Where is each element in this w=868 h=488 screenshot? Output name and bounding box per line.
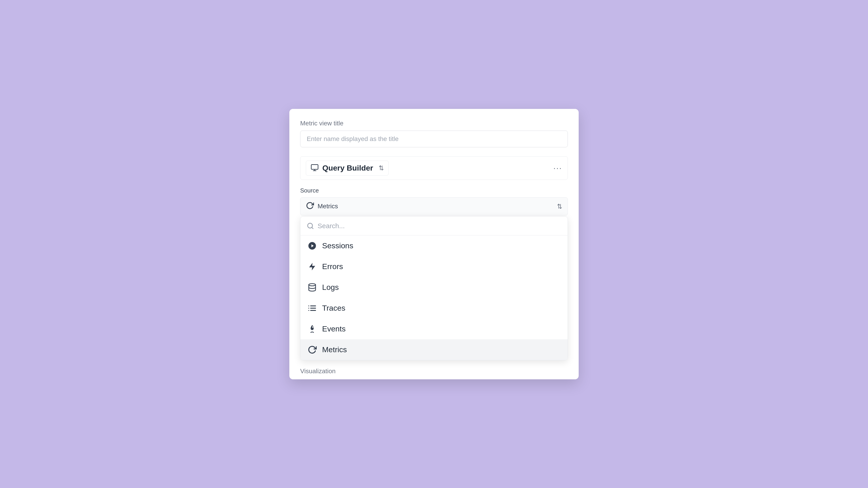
modal-panel: Metric view title Query Builder ⇅ ··· So… <box>289 109 579 379</box>
metrics-icon <box>306 201 314 211</box>
query-builder-bar: Query Builder ⇅ ··· <box>300 156 568 180</box>
query-builder-selector[interactable]: Query Builder ⇅ <box>306 161 389 175</box>
source-search-input[interactable] <box>318 222 561 230</box>
title-field-label: Metric view title <box>300 120 568 127</box>
svg-point-8 <box>309 284 315 286</box>
dropdown-item-traces[interactable]: Traces <box>301 298 567 319</box>
dropdown-item-metrics[interactable]: Metrics <box>301 339 567 360</box>
source-select[interactable]: Metrics ⇅ <box>300 197 568 216</box>
visualization-label: Visualization <box>300 360 568 379</box>
dropdown-item-label-errors: Errors <box>322 262 343 271</box>
search-row <box>301 217 567 235</box>
dropdown-item-events[interactable]: Events <box>301 319 567 339</box>
query-builder-title: Query Builder <box>322 164 373 172</box>
source-dropdown: SessionsErrorsLogsTracesEventsMetrics <box>300 217 568 360</box>
dropdown-item-label-metrics: Metrics <box>322 345 347 354</box>
dropdown-item-label-traces: Traces <box>322 304 345 313</box>
dropdown-item-label-sessions: Sessions <box>322 241 353 250</box>
more-options-button[interactable]: ··· <box>553 163 562 173</box>
dropdown-items-container: SessionsErrorsLogsTracesEventsMetrics <box>301 235 567 360</box>
search-icon <box>307 222 314 230</box>
source-label: Source <box>300 187 568 194</box>
svg-marker-7 <box>309 263 315 270</box>
dropdown-item-label-logs: Logs <box>322 283 339 292</box>
dropdown-item-label-events: Events <box>322 324 346 333</box>
metrics-icon <box>308 345 317 354</box>
dropdown-item-sessions[interactable]: Sessions <box>301 235 567 256</box>
fire-icon <box>308 324 317 333</box>
list-icon <box>308 304 317 313</box>
dropdown-item-errors[interactable]: Errors <box>301 256 567 277</box>
svg-line-4 <box>312 227 313 229</box>
database-icon <box>308 283 317 292</box>
dropdown-item-logs[interactable]: Logs <box>301 277 567 298</box>
source-selected-value: Metrics <box>318 203 338 210</box>
title-input[interactable] <box>300 131 568 147</box>
bolt-icon <box>308 262 317 271</box>
chevron-updown-icon: ⇅ <box>379 164 384 172</box>
svg-rect-0 <box>311 164 318 169</box>
source-updown-icon: ⇅ <box>557 203 562 210</box>
source-select-left: Metrics <box>306 201 338 211</box>
play-circle-icon <box>308 241 317 250</box>
monitor-icon <box>311 164 319 173</box>
source-section: Source Metrics ⇅ <box>300 180 568 360</box>
